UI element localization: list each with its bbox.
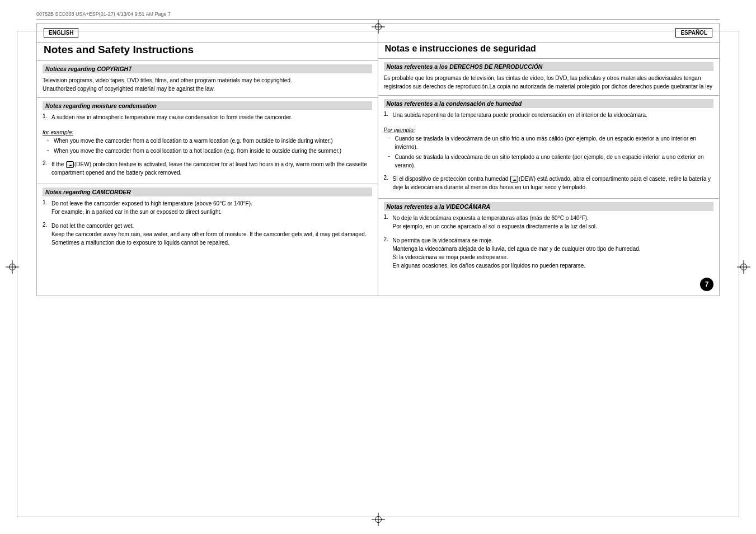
cross-mark-right	[737, 260, 750, 274]
bullet-dash-1: -	[47, 137, 54, 145]
es-item-num-1: 1.	[384, 111, 393, 119]
cross-mark-bottom	[372, 513, 385, 526]
es-moisture-bullet1-text: Cuando se traslada la videocámara de un …	[395, 134, 714, 151]
espanol-copyright-section: Notas referentes a los DERECHOS DE REPRO…	[378, 59, 720, 96]
es-camcorder-item-1: 1. No deje la videocámara expuesta a tem…	[384, 214, 714, 231]
espanol-copyright-text: Es probable que los programas de televis…	[384, 74, 714, 91]
espanol-moisture-heading: Notas referentes a la condensación de hu…	[384, 99, 714, 108]
es-camcorder-item1-text: No deje la videocámara expuesta a temper…	[393, 214, 714, 231]
english-camcorder-heading: Notes regarding CAMCORDER	[43, 188, 372, 196]
english-moisture-heading: Notes regarding moisture condensation	[43, 101, 372, 110]
english-copyright-heading: Notices regarding COPYRIGHT	[43, 64, 372, 73]
copyright-line1: Television programs, video tapes, DVD ti…	[43, 76, 372, 85]
english-copyright-section: Notices regarding COPYRIGHT Television p…	[37, 61, 378, 98]
espanol-camcorder-section: Notas referentes a la VIDEOCÁMARA 1. No …	[378, 199, 720, 296]
english-moisture-section: Notes regarding moisture condensation 1.…	[37, 98, 378, 184]
moisture-item-1: 1. A sudden rise in atmospheric temperat…	[43, 113, 372, 121]
moisture-bullet-1: - When you move the camcorder from a col…	[47, 137, 372, 145]
lang-right-header: ESPAÑOL	[378, 24, 719, 42]
espanol-column: Notas e instrucciones de seguridad Notas…	[378, 43, 720, 296]
camcorder-item2-text: Do not let the camcorder get wet. Keep t…	[51, 222, 372, 247]
espanol-badge: ESPAÑOL	[675, 28, 712, 38]
es-moisture-item2-text: Si el dispositivo de protección contra h…	[393, 175, 714, 191]
cam-num-1: 1.	[43, 199, 51, 216]
moisture-bullet-2: - When you move the camcorder from a coo…	[47, 147, 372, 155]
es-cam-num-1: 1.	[384, 214, 393, 231]
english-title-text: Notes and Safety Instructions	[44, 44, 194, 55]
es-item-num-2: 2.	[384, 175, 393, 191]
es-bullet-dash-2: -	[388, 153, 395, 170]
espanol-copyright-heading: Notas referentes a los DERECHOS DE REPRO…	[384, 62, 714, 71]
outer-border-right	[739, 31, 739, 517]
camcorder-item-2: 2. Do not let the camcorder get wet. Kee…	[43, 222, 372, 247]
es-moisture-bullet2-text: Cuando se traslada la videocámara de un …	[395, 153, 714, 170]
item-num-2: 2.	[43, 160, 51, 177]
main-content-grid: Notes and Safety Instructions Notices re…	[36, 42, 720, 296]
espanol-camcorder-heading: Notas referentes a la VIDEOCÁMARA	[384, 202, 714, 211]
for-example-label-en: for example:	[43, 129, 372, 135]
english-badge: ENGLISH	[44, 28, 78, 38]
es-bullet-dash-1: -	[388, 134, 395, 151]
english-copyright-text1: Television programs, video tapes, DVD ti…	[43, 76, 372, 93]
es-moisture-bullet-2: - Cuando se traslada la videocámara de u…	[388, 153, 714, 170]
moisture-item2-text: If the ☁(DEW) protection feature is acti…	[51, 160, 372, 177]
es-copyright-text: Es probable que los programas de televis…	[384, 74, 714, 91]
page-number-area: 7	[384, 272, 714, 291]
english-column: Notes and Safety Instructions Notices re…	[37, 43, 378, 296]
espanol-title-text: Notas e instrucciones de seguridad	[385, 44, 536, 53]
es-camcorder-item-2: 2. No permita que la videocámara se moje…	[384, 236, 714, 270]
copyright-line2: Unauthorized copying of copyrighted mate…	[43, 85, 372, 93]
moisture-item-2: 2. If the ☁(DEW) protection feature is a…	[43, 160, 372, 177]
espanol-main-title: Notas e instrucciones de seguridad	[378, 43, 720, 59]
cross-mark-left	[6, 260, 19, 274]
lang-left-header: ENGLISH	[37, 24, 378, 42]
for-example-label-es: Por ejemplo:	[384, 127, 714, 133]
espanol-moisture-section: Notas referentes a la condensación de hu…	[378, 96, 720, 199]
es-moisture-bullet-1: - Cuando se traslada la videocámara de u…	[388, 134, 714, 151]
es-moisture-item-1: 1. Una subida repentina de la temperatur…	[384, 111, 714, 119]
dew-icon-en: ☁	[66, 161, 74, 168]
camcorder-item1-text: Do not leave the camcorder exposed to hi…	[51, 199, 372, 216]
file-info-bar: 00752B SCD303 USA+ESP(01-27) 4/13/04 9:5…	[36, 11, 720, 20]
english-main-title: Notes and Safety Instructions	[37, 43, 378, 61]
page-container: 00752B SCD303 USA+ESP(01-27) 4/13/04 9:5…	[0, 0, 756, 534]
page-number-badge: 7	[700, 278, 713, 291]
moisture-bullet1-text: When you move the camcorder from a cold …	[54, 137, 372, 145]
item-num-1: 1.	[43, 113, 51, 121]
moisture-bullet2-text: When you move the camcorder from a cool …	[54, 147, 372, 155]
cam-num-2: 2.	[43, 222, 51, 247]
dew-icon-es: ☁	[510, 176, 518, 182]
es-cam-num-2: 2.	[384, 236, 393, 270]
file-info-text: 00752B SCD303 USA+ESP(01-27) 4/13/04 9:5…	[36, 11, 171, 17]
bullet-dash-2: -	[47, 147, 54, 155]
es-moisture-item1-text: Una subida repentina de la temperatura p…	[393, 111, 714, 119]
camcorder-item-1: 1. Do not leave the camcorder exposed to…	[43, 199, 372, 216]
es-moisture-item-2: 2. Si el dispositivo de protección contr…	[384, 175, 714, 191]
es-camcorder-item2-text: No permita que la videocámara se moje. M…	[393, 236, 714, 270]
outer-border-left	[17, 31, 17, 517]
moisture-item1-text: A sudden rise in atmospheric temperature…	[51, 113, 372, 121]
cross-mark-top	[372, 20, 385, 34]
english-camcorder-section: Notes regarding CAMCORDER 1. Do not leav…	[37, 184, 378, 254]
